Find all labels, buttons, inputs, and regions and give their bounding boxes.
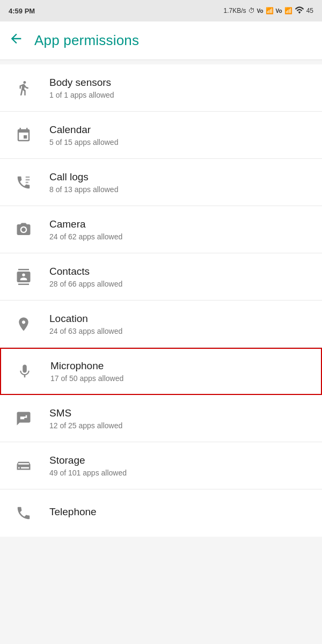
call-logs-icon bbox=[11, 174, 36, 191]
sms-icon bbox=[11, 411, 36, 427]
volte-icon: Vo bbox=[257, 8, 264, 14]
permission-name: Microphone bbox=[50, 360, 310, 372]
permission-name: SMS bbox=[49, 407, 311, 419]
permission-info-camera: Camera 24 of 62 apps allowed bbox=[49, 218, 311, 241]
permission-count: 24 of 62 apps allowed bbox=[49, 232, 311, 241]
location-icon bbox=[11, 316, 36, 332]
permission-item-storage[interactable]: Storage 49 of 101 apps allowed bbox=[0, 442, 322, 489]
permission-item-telephone[interactable]: Telephone bbox=[0, 489, 322, 537]
permission-count: 49 of 101 apps allowed bbox=[49, 469, 311, 477]
permission-count: 24 of 63 apps allowed bbox=[49, 327, 311, 335]
permission-info-calendar: Calendar 5 of 15 apps allowed bbox=[49, 124, 311, 147]
time: 4:59 PM bbox=[9, 7, 35, 15]
permission-count: 28 of 66 apps allowed bbox=[49, 280, 311, 288]
microphone-icon bbox=[12, 363, 38, 379]
permission-info-location: Location 24 of 63 apps allowed bbox=[49, 313, 311, 335]
permission-info-call-logs: Call logs 8 of 13 apps allowed bbox=[49, 171, 311, 194]
page-title: App permissions bbox=[34, 32, 139, 49]
permission-name: Body sensors bbox=[49, 77, 311, 89]
permission-name: Calendar bbox=[49, 124, 311, 136]
permission-name: Camera bbox=[49, 218, 311, 230]
status-icons: 1.7KB/s ⏱ Vo 📶 Vo 📶 45 bbox=[224, 6, 313, 16]
permission-name: Call logs bbox=[49, 171, 311, 183]
permission-info-storage: Storage 49 of 101 apps allowed bbox=[49, 455, 311, 477]
permission-item-body-sensors[interactable]: Body sensors 1 of 1 apps allowed bbox=[0, 64, 322, 112]
permission-name: Contacts bbox=[49, 266, 311, 277]
header: App permissions bbox=[0, 21, 322, 60]
back-button[interactable] bbox=[9, 31, 24, 50]
permission-count: 1 of 1 apps allowed bbox=[49, 91, 311, 99]
permission-info-body-sensors: Body sensors 1 of 1 apps allowed bbox=[49, 77, 311, 99]
signal-bars-2: 📶 bbox=[284, 7, 292, 14]
volte-icon-2: Vo bbox=[276, 8, 282, 14]
permission-count: 17 of 50 apps allowed bbox=[50, 374, 310, 383]
permission-name: Location bbox=[49, 313, 311, 325]
permission-info-contacts: Contacts 28 of 66 apps allowed bbox=[49, 266, 311, 288]
network-speed: 1.7KB/s bbox=[224, 7, 246, 14]
permission-info-telephone: Telephone bbox=[49, 506, 311, 520]
permission-info-microphone: Microphone 17 of 50 apps allowed bbox=[50, 360, 310, 383]
body-sensors-icon bbox=[11, 80, 36, 96]
permission-item-contacts[interactable]: Contacts 28 of 66 apps allowed bbox=[0, 253, 322, 301]
permission-count: 5 of 15 apps allowed bbox=[49, 138, 311, 147]
permission-item-call-logs[interactable]: Call logs 8 of 13 apps allowed bbox=[0, 159, 322, 206]
permission-item-microphone[interactable]: Microphone 17 of 50 apps allowed bbox=[0, 348, 322, 395]
telephone-icon bbox=[11, 505, 36, 521]
camera-icon bbox=[11, 222, 36, 238]
permission-list: Body sensors 1 of 1 apps allowed Calenda… bbox=[0, 64, 322, 537]
permission-name: Storage bbox=[49, 455, 311, 466]
contacts-icon bbox=[11, 269, 36, 285]
permission-item-camera[interactable]: Camera 24 of 62 apps allowed bbox=[0, 206, 322, 253]
permission-item-sms[interactable]: SMS 12 of 25 apps allowed bbox=[0, 395, 322, 442]
permission-item-location[interactable]: Location 24 of 63 apps allowed bbox=[0, 301, 322, 348]
permission-count: 12 of 25 apps allowed bbox=[49, 421, 311, 430]
wifi-icon bbox=[295, 6, 304, 16]
status-bar: 4:59 PM 1.7KB/s ⏱ Vo 📶 Vo 📶 45 bbox=[0, 0, 322, 21]
timer-icon: ⏱ bbox=[248, 7, 255, 14]
storage-icon bbox=[11, 458, 36, 474]
permission-item-calendar[interactable]: Calendar 5 of 15 apps allowed bbox=[0, 112, 322, 159]
permission-name: Telephone bbox=[49, 506, 311, 518]
battery: 45 bbox=[306, 7, 313, 14]
calendar-icon bbox=[11, 127, 36, 143]
signal-bars-1: 📶 bbox=[266, 7, 274, 14]
permission-info-sms: SMS 12 of 25 apps allowed bbox=[49, 407, 311, 430]
permission-count: 8 of 13 apps allowed bbox=[49, 185, 311, 194]
